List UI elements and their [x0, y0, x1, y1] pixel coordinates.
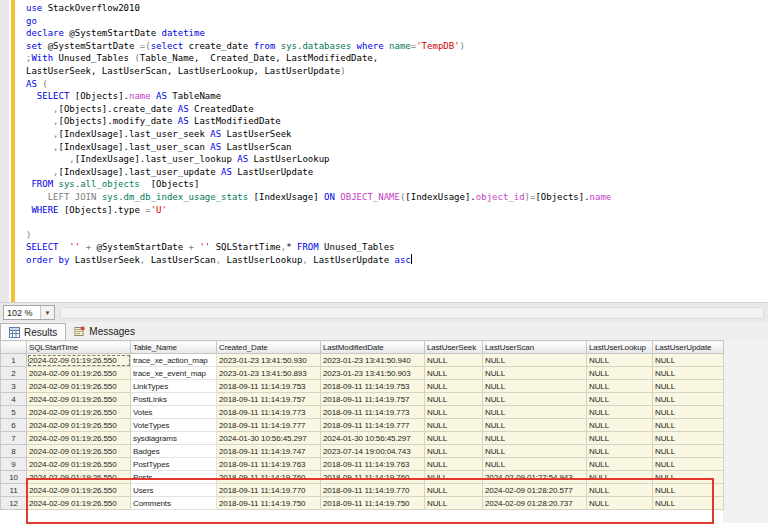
grid-cell[interactable]: NULL: [653, 432, 724, 445]
grid-cell[interactable]: 2018-09-11 11:14:19.757: [217, 393, 321, 406]
grid-cell[interactable]: NULL: [587, 393, 653, 406]
grid-cell[interactable]: NULL: [587, 406, 653, 419]
grid-cell[interactable]: NULL: [483, 432, 587, 445]
grid-cell[interactable]: Votes: [131, 406, 217, 419]
grid-cell[interactable]: NULL: [425, 497, 483, 510]
grid-cell[interactable]: NULL: [425, 393, 483, 406]
sql-editor-code[interactable]: use StackOverflow2010godeclare @SystemSt…: [26, 2, 768, 266]
row-number[interactable]: 11: [1, 484, 27, 497]
grid-cell[interactable]: 2023-01-23 13:41:50.893: [217, 367, 321, 380]
chevron-down-icon[interactable]: ▼: [40, 306, 54, 319]
grid-cell[interactable]: NULL: [483, 380, 587, 393]
grid-cell[interactable]: NULL: [425, 458, 483, 471]
grid-cell[interactable]: NULL: [587, 354, 653, 367]
column-header[interactable]: Created_Date: [217, 341, 321, 354]
grid-cell[interactable]: NULL: [587, 380, 653, 393]
grid-cell[interactable]: NULL: [653, 484, 724, 497]
horizontal-scrollbar[interactable]: [60, 307, 764, 319]
grid-cell[interactable]: NULL: [425, 354, 483, 367]
grid-cell[interactable]: VoteTypes: [131, 419, 217, 432]
grid-cell[interactable]: 2024-02-09 01:19:26.550: [27, 354, 131, 367]
grid-cell[interactable]: 2018-09-11 11:14:19.747: [217, 445, 321, 458]
grid-cell[interactable]: 2018-09-11 11:14:19.770: [321, 484, 425, 497]
grid-cell[interactable]: NULL: [653, 367, 724, 380]
grid-cell[interactable]: 2024-02-09 01:19:26.550: [27, 484, 131, 497]
grid-cell[interactable]: NULL: [587, 458, 653, 471]
grid-cell[interactable]: sysdiagrams: [131, 432, 217, 445]
column-header[interactable]: LastModifiedDate: [321, 341, 425, 354]
grid-cell[interactable]: 2018-09-11 11:14:19.753: [321, 380, 425, 393]
grid-cell[interactable]: 2018-09-11 11:14:19.750: [217, 497, 321, 510]
column-header[interactable]: LastUserUpdate: [653, 341, 724, 354]
grid-cell[interactable]: 2024-02-09 01:19:26.550: [27, 406, 131, 419]
grid-cell[interactable]: 2018-09-11 11:14:19.777: [321, 419, 425, 432]
grid-cell[interactable]: trace_xe_event_map: [131, 367, 217, 380]
grid-cell[interactable]: LinkTypes: [131, 380, 217, 393]
row-number[interactable]: 6: [1, 419, 27, 432]
grid-cell[interactable]: 2024-02-09 01:27:54.943: [483, 471, 587, 484]
zoom-level-dropdown[interactable]: 102 % ▼: [3, 305, 55, 320]
grid-cell[interactable]: NULL: [483, 367, 587, 380]
grid-cell[interactable]: NULL: [653, 445, 724, 458]
grid-cell[interactable]: NULL: [587, 432, 653, 445]
column-header[interactable]: SQLStartTime: [27, 341, 131, 354]
grid-cell[interactable]: 2018-09-11 11:14:19.760: [321, 471, 425, 484]
grid-cell[interactable]: NULL: [425, 484, 483, 497]
grid-cell[interactable]: PostLinks: [131, 393, 217, 406]
grid-cell[interactable]: 2018-09-11 11:14:19.763: [321, 458, 425, 471]
grid-cell[interactable]: 2018-09-11 11:14:19.763: [217, 458, 321, 471]
grid-cell[interactable]: 2024-01-30 10:56:45.297: [321, 432, 425, 445]
grid-cell[interactable]: NULL: [587, 445, 653, 458]
grid-cell[interactable]: 2018-09-11 11:14:19.773: [217, 406, 321, 419]
column-header[interactable]: LastUserSeek: [425, 341, 483, 354]
grid-cell[interactable]: 2023-07-14 19:00:04.743: [321, 445, 425, 458]
grid-cell[interactable]: 2018-09-11 11:14:19.777: [217, 419, 321, 432]
grid-cell[interactable]: 2023-01-23 13:41:50.940: [321, 354, 425, 367]
grid-cell[interactable]: NULL: [587, 367, 653, 380]
grid-cell[interactable]: 2018-09-11 11:14:19.757: [321, 393, 425, 406]
grid-cell[interactable]: NULL: [425, 432, 483, 445]
grid-cell[interactable]: 2024-02-09 01:19:26.550: [27, 380, 131, 393]
grid-cell[interactable]: NULL: [483, 419, 587, 432]
grid-cell[interactable]: Posts: [131, 471, 217, 484]
grid-cell[interactable]: 2018-09-11 11:14:19.760: [217, 471, 321, 484]
grid-cell[interactable]: NULL: [587, 484, 653, 497]
grid-cell[interactable]: NULL: [587, 419, 653, 432]
grid-cell[interactable]: NULL: [653, 471, 724, 484]
grid-cell[interactable]: 2018-09-11 11:14:19.773: [321, 406, 425, 419]
grid-cell[interactable]: NULL: [425, 406, 483, 419]
grid-cell[interactable]: 2024-02-09 01:19:26.550: [27, 497, 131, 510]
sql-editor[interactable]: use StackOverflow2010godeclare @SystemSt…: [0, 0, 768, 302]
grid-cell[interactable]: NULL: [653, 497, 724, 510]
tab-results[interactable]: Results: [0, 323, 66, 340]
row-number[interactable]: 9: [1, 458, 27, 471]
grid-cell[interactable]: 2024-02-09 01:28:20.577: [483, 484, 587, 497]
grid-cell[interactable]: NULL: [653, 354, 724, 367]
grid-cell[interactable]: NULL: [483, 445, 587, 458]
row-number[interactable]: 12: [1, 497, 27, 510]
column-header[interactable]: LastUserScan: [483, 341, 587, 354]
grid-cell[interactable]: NULL: [483, 406, 587, 419]
grid-cell[interactable]: NULL: [653, 406, 724, 419]
row-number[interactable]: 1: [1, 354, 27, 367]
row-number[interactable]: 2: [1, 367, 27, 380]
tab-messages[interactable]: Messages: [66, 323, 143, 340]
grid-cell[interactable]: NULL: [483, 393, 587, 406]
grid-cell[interactable]: 2018-09-11 11:14:19.750: [321, 497, 425, 510]
grid-cell[interactable]: 2023-01-23 13:41:50.903: [321, 367, 425, 380]
grid-cell[interactable]: NULL: [483, 458, 587, 471]
grid-cell[interactable]: 2024-02-09 01:19:26.550: [27, 458, 131, 471]
grid-cell[interactable]: 2024-02-09 01:19:26.550: [27, 445, 131, 458]
grid-cell[interactable]: 2023-01-23 13:41:50.930: [217, 354, 321, 367]
grid-cell[interactable]: NULL: [483, 354, 587, 367]
grid-cell[interactable]: 2024-02-09 01:19:26.550: [27, 419, 131, 432]
grid-cell[interactable]: 2018-09-11 11:14:19.770: [217, 484, 321, 497]
grid-cell[interactable]: NULL: [587, 497, 653, 510]
grid-cell[interactable]: NULL: [425, 367, 483, 380]
row-number[interactable]: 4: [1, 393, 27, 406]
column-header[interactable]: Table_Name: [131, 341, 217, 354]
grid-corner-cell[interactable]: [1, 341, 27, 354]
grid-cell[interactable]: NULL: [425, 419, 483, 432]
row-number[interactable]: 8: [1, 445, 27, 458]
grid-cell[interactable]: Badges: [131, 445, 217, 458]
